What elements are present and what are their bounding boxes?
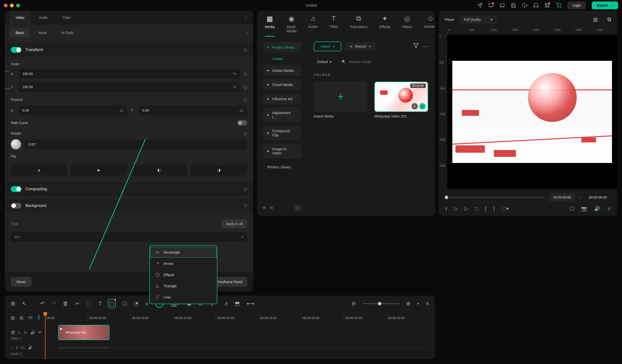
comment-icon[interactable] xyxy=(488,3,494,8)
tab-titles[interactable]: TTitles xyxy=(329,15,338,37)
text-tool-icon[interactable]: T xyxy=(98,300,101,307)
import-button[interactable]: Import▾ xyxy=(314,41,341,51)
preview-canvas[interactable] xyxy=(447,35,617,189)
video-track[interactable]: 🎬1 🗀 🔊 👁 Video 1 ▶ WhatsApp Vid… xyxy=(11,324,429,341)
close-window[interactable] xyxy=(4,4,8,7)
subtab-basic[interactable]: Basic xyxy=(10,28,30,37)
sidebar-global-media[interactable]: ▸Global Media xyxy=(263,65,301,76)
timeline-view-icon[interactable]: ≡ xyxy=(426,300,429,307)
visibility-icon[interactable]: 👁 xyxy=(38,330,41,334)
tab-transitions[interactable]: ⧉Transitions xyxy=(350,15,368,37)
background-toggle[interactable] xyxy=(11,203,21,209)
subtab-ai-tools[interactable]: AI Tools xyxy=(56,28,80,37)
device-icon[interactable] xyxy=(500,3,505,8)
sort-button[interactable]: Default▾ xyxy=(314,58,335,66)
subtab-mask[interactable]: Mask xyxy=(33,28,53,37)
record-button[interactable]: Record▾ xyxy=(345,42,376,51)
add-to-timeline-icon[interactable]: + xyxy=(411,103,418,109)
send-icon[interactable] xyxy=(477,3,482,8)
quality-select[interactable]: Full Quality▾ xyxy=(459,15,497,24)
save-icon[interactable] xyxy=(511,3,516,8)
info-icon[interactable]: ⓘ xyxy=(244,203,247,208)
transform-keyframe-icon[interactable]: ◇ xyxy=(244,47,247,53)
scrubber[interactable] xyxy=(445,197,545,198)
group-icon[interactable]: ⬒ xyxy=(28,315,33,321)
music-tool-icon[interactable]: ♬ xyxy=(224,300,228,307)
sidebar-project-media[interactable]: ▾Project Media xyxy=(263,41,301,53)
grid-view-icon[interactable]: ▦ xyxy=(593,16,598,23)
export-button[interactable]: Export xyxy=(592,1,618,9)
scale-y-keyframe-icon[interactable]: ◇ xyxy=(244,84,247,90)
login-button[interactable]: Login xyxy=(567,1,585,9)
shape-ellipse[interactable]: ◯Ellipse xyxy=(150,269,217,280)
filter-icon[interactable] xyxy=(413,43,419,50)
apply-to-all-button[interactable]: Apply to All xyxy=(221,219,247,228)
flip-horizontal-button[interactable]: ▲ xyxy=(11,165,67,175)
sidebar-image-to-video[interactable]: ▸Image to Video xyxy=(263,143,301,159)
tab-media[interactable]: ▦Media xyxy=(265,15,275,37)
speed-tool-icon[interactable]: ◔ xyxy=(134,300,138,307)
effects-tool-icon[interactable]: ⬡ xyxy=(122,300,127,307)
shape-line[interactable]: ╱Line xyxy=(150,291,217,303)
snapshot-icon[interactable]: 📷 xyxy=(581,206,587,212)
link-tracks-icon[interactable]: ⧉ xyxy=(20,315,23,321)
sidebar-folder[interactable]: Folder xyxy=(263,56,301,62)
collapse-sidebar[interactable]: ‹ xyxy=(294,204,301,211)
window-controls[interactable] xyxy=(4,4,20,7)
pointer-tool-icon[interactable]: ↖ xyxy=(22,300,26,307)
prev-frame-icon[interactable]: ⦉ xyxy=(445,206,447,212)
undo-icon[interactable]: ↶ xyxy=(40,300,45,307)
sidebar-compound-clip[interactable]: ▸Compound Clip xyxy=(263,125,301,141)
compare-view-icon[interactable]: ⧉ xyxy=(607,16,611,23)
cut-tool-icon[interactable]: ✂ xyxy=(75,300,79,307)
flip-reset-button[interactable]: ◨ xyxy=(191,165,247,175)
track-folder-icon[interactable]: 🗀 xyxy=(21,346,25,350)
more-tabs-icon[interactable]: › xyxy=(243,16,249,19)
audio-track[interactable]: ♪1 🗀 🔊 Audio 1 xyxy=(11,341,429,354)
tab-effects[interactable]: ✦Effects xyxy=(379,15,390,37)
rotate-input[interactable]: 0.00° xyxy=(24,140,247,149)
redo-icon[interactable]: ↷ xyxy=(52,300,56,307)
pos-y-input[interactable]: 0.00px xyxy=(139,106,247,115)
snap-icon[interactable]: ⁑ xyxy=(38,315,40,321)
shape-triangle[interactable]: △Triangle xyxy=(150,280,217,291)
folder-icon[interactable]: 🗀 xyxy=(270,206,273,210)
crop-tool-icon[interactable]: ⬚ xyxy=(86,300,91,307)
shape-arrow[interactable]: ↗Arrow xyxy=(150,258,217,269)
next-icon[interactable]: ▷ xyxy=(465,206,468,212)
scale-y-input[interactable]: 100.00% xyxy=(19,82,240,92)
compositing-toggle[interactable] xyxy=(11,186,21,192)
tab-audio[interactable]: ♫Audio xyxy=(308,15,318,37)
timeline-clip[interactable]: ▶ WhatsApp Vid… xyxy=(58,325,110,340)
compositing-keyframe-icon[interactable]: ◇ xyxy=(244,186,247,192)
sidebar-cloud-media[interactable]: ▸Cloud Media xyxy=(263,79,301,90)
zoom-out-icon[interactable]: ⊖ xyxy=(351,300,356,307)
link-tool-icon[interactable]: ⟷ xyxy=(247,300,254,307)
import-media-card[interactable]: + Import Media xyxy=(314,82,368,118)
zoom-in-icon[interactable]: ⊕ xyxy=(406,300,410,307)
flip-vertical-button[interactable]: ▶ xyxy=(71,165,127,175)
scale-x-keyframe-icon[interactable]: ◇ xyxy=(244,71,247,77)
tab-stock-media[interactable]: ◉Stock Media xyxy=(287,15,297,37)
cloud-download-icon[interactable] xyxy=(522,3,527,8)
support-icon[interactable] xyxy=(533,3,539,8)
apps-icon[interactable] xyxy=(544,3,550,8)
mark-in-icon[interactable]: { xyxy=(485,206,486,212)
mute-audio-icon[interactable]: 🔊 xyxy=(28,346,32,350)
tab-color-props[interactable]: Color xyxy=(56,11,77,24)
display-icon[interactable]: 🖵 xyxy=(569,206,574,212)
more-subtabs-icon[interactable]: › xyxy=(247,31,248,35)
rotate-knob[interactable] xyxy=(11,139,21,149)
cart-icon[interactable] xyxy=(556,2,562,8)
delete-icon[interactable]: 🗑 xyxy=(63,300,68,307)
marker-tool-icon[interactable]: ⬒ xyxy=(235,300,240,307)
tab-audio-props[interactable]: Audio xyxy=(33,11,54,24)
volume-icon[interactable]: 🔊 xyxy=(594,206,600,212)
grid-tool-icon[interactable]: ⊞ xyxy=(11,300,15,307)
shape-tool-icon[interactable]: ▢ xyxy=(108,299,116,308)
new-folder-icon[interactable]: ⊕ xyxy=(263,206,266,210)
minimize-window[interactable] xyxy=(10,4,14,7)
tab-stickers[interactable]: ☺Stickers xyxy=(424,15,435,37)
more-tools-icon[interactable]: » xyxy=(145,300,148,307)
more-icon[interactable]: ⋯ xyxy=(423,43,428,50)
